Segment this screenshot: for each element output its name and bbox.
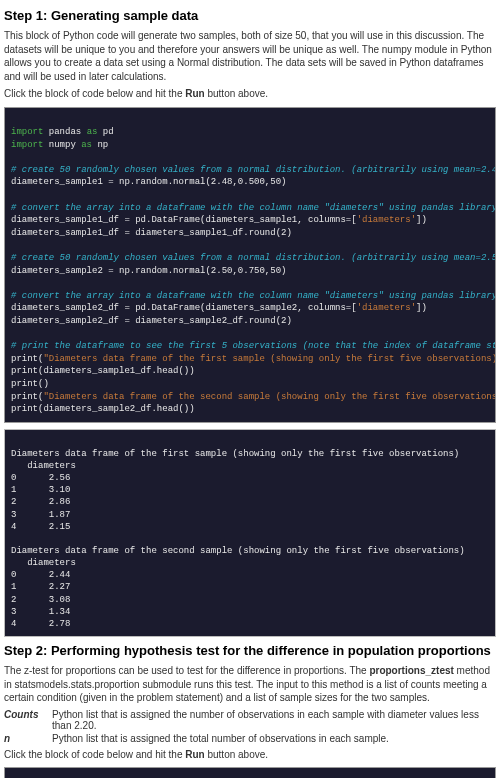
step1-para1: This block of Python code will generate …: [4, 29, 496, 83]
method-name: proportions_ztest: [369, 665, 453, 676]
run-label-2: Run: [185, 749, 204, 760]
output-cell-1: Diameters data frame of the first sample…: [4, 429, 496, 637]
def-desc-n: Python list that is assigned the total n…: [52, 733, 496, 744]
definitions: Counts Python list that is assigned the …: [4, 709, 496, 744]
step1-para2: Click the block of code below and hit th…: [4, 87, 496, 101]
step2-title: Step 2: Performing hypothesis test for t…: [4, 643, 496, 658]
code-cell-1[interactable]: import pandas as pd import numpy as np #…: [4, 107, 496, 423]
def-term-counts: Counts: [4, 709, 52, 731]
step2-para1: The z-test for proportions can be used t…: [4, 664, 496, 705]
def-desc-counts: Python list that is assigned the number …: [52, 709, 496, 731]
code-cell-2[interactable]: from statsmodels.stats.proportion import…: [4, 767, 496, 778]
def-term-n: n: [4, 733, 52, 744]
step1-title: Step 1: Generating sample data: [4, 8, 496, 23]
step2-para2: Click the block of code below and hit th…: [4, 748, 496, 762]
run-label: Run: [185, 88, 204, 99]
